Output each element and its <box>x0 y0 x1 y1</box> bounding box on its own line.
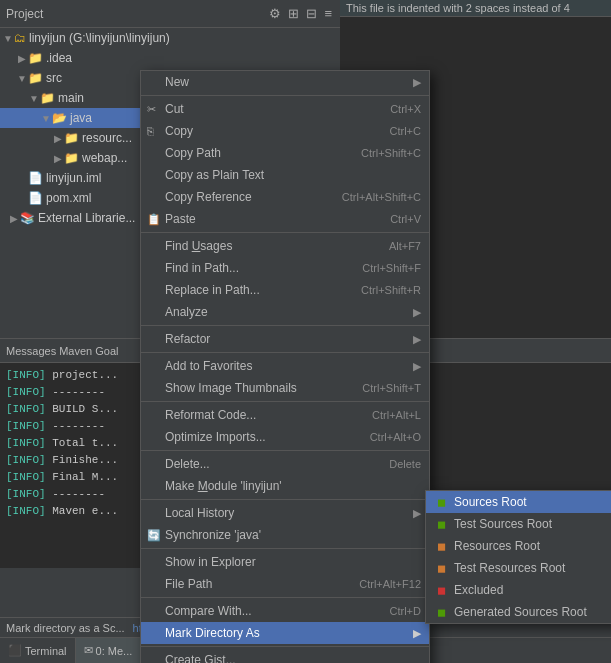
menu-item-label: Copy Path <box>165 146 221 160</box>
project-toolbar: Project ⚙ ⊞ ⊟ ≡ <box>0 0 340 28</box>
menu-item-label: Copy Reference <box>165 190 252 204</box>
sync-icon[interactable]: ⚙ <box>267 5 283 22</box>
menu-item-delete[interactable]: Delete... Delete <box>141 453 429 475</box>
expand-arrow: ▶ <box>52 133 64 144</box>
tree-root[interactable]: ▼ 🗂 linyijun (G:\linyijun\linyijun) <box>0 28 340 48</box>
arrow-icon: ▶ <box>413 76 421 89</box>
submenu-item-label: Resources Root <box>454 539 540 553</box>
menu-item-label: Analyze <box>165 305 208 319</box>
menu-item-label: Mark Directory As <box>165 626 260 640</box>
tree-item-idea[interactable]: ▶ 📁 .idea <box>0 48 340 68</box>
menu-item-optimize[interactable]: Optimize Imports... Ctrl+Alt+O <box>141 426 429 448</box>
arrow-icon: ▶ <box>413 306 421 319</box>
menu-item-show-thumbnails[interactable]: Show Image Thumbnails Ctrl+Shift+T <box>141 377 429 399</box>
shortcut-label: Ctrl+Shift+T <box>362 382 421 394</box>
arrow-icon: ▶ <box>413 360 421 373</box>
shortcut-label: Ctrl+Shift+F <box>362 262 421 274</box>
submenu-item-sources-root[interactable]: ◼ Sources Root <box>426 491 611 513</box>
menu-item-label: Make Module 'linyijun' <box>165 479 282 493</box>
menu-item-label: Find in Path... <box>165 261 239 275</box>
sources-root-icon: ◼ <box>434 495 448 509</box>
submenu-item-gen-sources[interactable]: ◼ Generated Sources Root <box>426 601 611 623</box>
menu-separator <box>141 325 429 326</box>
menu-item-label: Refactor <box>165 332 210 346</box>
folder-icon: 🗂 <box>14 31 26 45</box>
submenu-item-excluded[interactable]: ◼ Excluded <box>426 579 611 601</box>
shortcut-label: Ctrl+Alt+Shift+C <box>342 191 421 203</box>
menu-item-new[interactable]: New ▶ <box>141 71 429 93</box>
menu-item-reformat[interactable]: Reformat Code... Ctrl+Alt+L <box>141 404 429 426</box>
menu-separator <box>141 499 429 500</box>
menu-item-copy-ref[interactable]: Copy Reference Ctrl+Alt+Shift+C <box>141 186 429 208</box>
menu-item-label: Create Gist... <box>165 653 236 663</box>
pom-icon: 📄 <box>28 191 43 205</box>
menu-item-copy-path[interactable]: Copy Path Ctrl+Shift+C <box>141 142 429 164</box>
submenu-item-label: Excluded <box>454 583 503 597</box>
menu-item-label: Local History <box>165 506 234 520</box>
expand-arrow: ▶ <box>52 153 64 164</box>
test-sources-icon: ◼ <box>434 517 448 531</box>
menu-separator <box>141 95 429 96</box>
menu-item-label: File Path <box>165 577 212 591</box>
messages-icon: ✉ <box>84 644 93 657</box>
tree-item-label: main <box>58 91 84 105</box>
menu-item-label: Find Usages <box>165 239 232 253</box>
shortcut-label: Ctrl+V <box>390 213 421 225</box>
folder-icon: 📁 <box>28 71 43 85</box>
menu-item-copy[interactable]: ⎘ Copy Ctrl+C <box>141 120 429 142</box>
menu-item-synchronize[interactable]: 🔄 Synchronize 'java' <box>141 524 429 546</box>
tree-item-label: External Librarie... <box>38 211 135 225</box>
messages-tab[interactable]: ✉ 0: Me... <box>76 638 142 664</box>
menu-item-compare[interactable]: Compare With... Ctrl+D <box>141 600 429 622</box>
submenu-item-resources[interactable]: ◼ Resources Root <box>426 535 611 557</box>
shortcut-label: Ctrl+Alt+F12 <box>359 578 421 590</box>
resources-icon: ◼ <box>434 539 448 553</box>
menu-item-replace-path[interactable]: Replace in Path... Ctrl+Shift+R <box>141 279 429 301</box>
expand-arrow: ▶ <box>8 213 20 224</box>
menu-item-add-favorites[interactable]: Add to Favorites ▶ <box>141 355 429 377</box>
expand-icon[interactable]: ⊞ <box>286 5 301 22</box>
excluded-icon: ◼ <box>434 583 448 597</box>
menu-item-create-gist[interactable]: Create Gist... <box>141 649 429 663</box>
menu-item-paste[interactable]: 📋 Paste Ctrl+V <box>141 208 429 230</box>
shortcut-label: Delete <box>389 458 421 470</box>
menu-item-local-history[interactable]: Local History ▶ <box>141 502 429 524</box>
menu-item-label: Optimize Imports... <box>165 430 266 444</box>
submenu-item-test-sources[interactable]: ◼ Test Sources Root <box>426 513 611 535</box>
menu-item-make-module[interactable]: Make Module 'linyijun' <box>141 475 429 497</box>
menu-separator <box>141 548 429 549</box>
menu-item-copy-plain[interactable]: Copy as Plain Text <box>141 164 429 186</box>
tree-item-label: linyijun.iml <box>46 171 101 185</box>
java-folder-icon: 📂 <box>52 111 67 125</box>
settings-icon[interactable]: ≡ <box>322 5 334 22</box>
menu-item-show-explorer[interactable]: Show in Explorer <box>141 551 429 573</box>
test-resources-icon: ◼ <box>434 561 448 575</box>
shortcut-label: Ctrl+X <box>390 103 421 115</box>
menu-item-mark-dir[interactable]: Mark Directory As ▶ <box>141 622 429 644</box>
menu-item-find-path[interactable]: Find in Path... Ctrl+Shift+F <box>141 257 429 279</box>
menu-separator <box>141 232 429 233</box>
tree-root-label: linyijun (G:\linyijun\linyijun) <box>29 31 170 45</box>
folder-icon: 📁 <box>40 91 55 105</box>
copy-icon: ⎘ <box>147 125 154 137</box>
menu-item-label: Compare With... <box>165 604 252 618</box>
menu-item-refactor[interactable]: Refactor ▶ <box>141 328 429 350</box>
menu-item-label: Show Image Thumbnails <box>165 381 297 395</box>
menu-separator <box>141 597 429 598</box>
collapse-icon[interactable]: ⊟ <box>304 5 319 22</box>
info-bar-text: This file is indented with 2 spaces inst… <box>346 2 570 14</box>
menu-item-find-usages[interactable]: Find Usages Alt+F7 <box>141 235 429 257</box>
menu-item-label: Copy <box>165 124 193 138</box>
terminal-tab[interactable]: ⬛ Terminal <box>0 638 76 664</box>
menu-item-label: Reformat Code... <box>165 408 256 422</box>
menu-item-analyze[interactable]: Analyze ▶ <box>141 301 429 323</box>
menu-item-file-path[interactable]: File Path Ctrl+Alt+F12 <box>141 573 429 595</box>
menu-separator <box>141 401 429 402</box>
menu-item-label: Add to Favorites <box>165 359 252 373</box>
info-bar: This file is indented with 2 spaces inst… <box>340 0 611 17</box>
folder-icon: 📁 <box>64 151 79 165</box>
menu-item-label: Synchronize 'java' <box>165 528 261 542</box>
menu-item-cut[interactable]: ✂ Cut Ctrl+X <box>141 98 429 120</box>
submenu-item-test-resources[interactable]: ◼ Test Resources Root <box>426 557 611 579</box>
menu-separator <box>141 646 429 647</box>
